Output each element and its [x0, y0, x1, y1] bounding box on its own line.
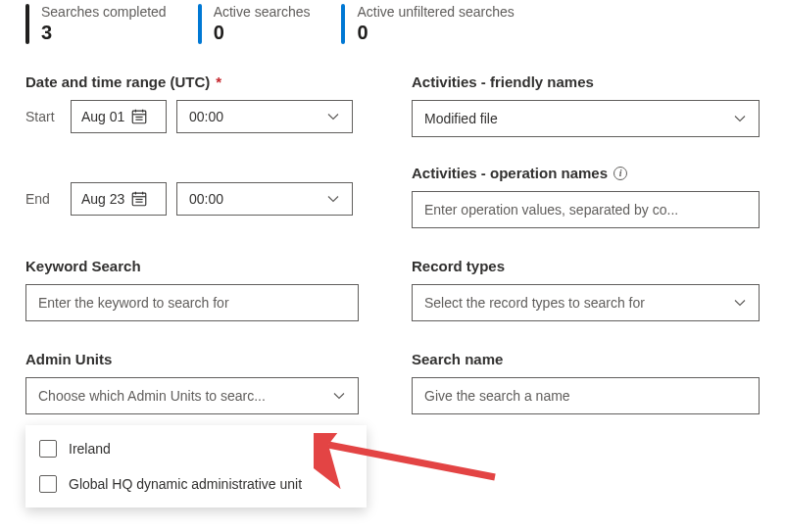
end-date-picker[interactable]: Aug 23	[71, 182, 167, 216]
required-asterisk: *	[216, 73, 221, 90]
end-time-value: 00:00	[189, 191, 223, 207]
calendar-icon	[130, 108, 148, 125]
start-time-picker[interactable]: 00:00	[176, 100, 353, 133]
stat-value: 0	[214, 22, 311, 44]
record-types-placeholder: Select the record types to search for	[424, 295, 645, 311]
start-date-picker[interactable]: Aug 01	[71, 100, 167, 133]
stats-row: Searches completed 3 Active searches 0 A…	[0, 0, 785, 54]
activities-friendly-heading: Activities - friendly names	[412, 73, 760, 90]
chevron-down-icon	[733, 112, 747, 125]
start-time-value: 00:00	[189, 109, 223, 124]
stat-searches-completed: Searches completed 3	[25, 4, 167, 44]
keyword-heading: Keyword Search	[25, 258, 370, 274]
record-types-heading: Record types	[412, 258, 760, 274]
record-types-section: Record types Select the record types to …	[412, 258, 760, 321]
start-row: Start Aug 01 00	[25, 100, 370, 133]
chevron-down-icon	[332, 389, 346, 403]
activities-operation-input[interactable]	[412, 191, 760, 228]
end-time-picker[interactable]: 00:00	[176, 182, 353, 216]
search-name-section: Search name	[412, 351, 760, 414]
date-range-heading: Date and time range (UTC) *	[25, 73, 370, 90]
stat-active-searches: Active searches 0	[198, 4, 311, 44]
stat-label: Active searches	[214, 4, 311, 20]
stat-value: 3	[41, 22, 167, 44]
stat-label: Searches completed	[41, 4, 167, 20]
chevron-down-icon	[326, 110, 340, 123]
search-name-heading: Search name	[412, 351, 760, 367]
admin-units-placeholder: Choose which Admin Units to searc...	[38, 388, 266, 404]
info-icon[interactable]: i	[613, 167, 627, 180]
date-range-section: Date and time range (UTC) * Start Aug 01	[25, 73, 370, 228]
activities-friendly-select[interactable]: Modified file	[412, 100, 760, 137]
activities-friendly-value: Modified file	[424, 111, 498, 126]
activities-column: Activities - friendly names Modified fil…	[412, 73, 760, 228]
activities-friendly-section: Activities - friendly names Modified fil…	[412, 73, 760, 137]
admin-units-heading: Admin Units	[25, 351, 370, 367]
search-name-input[interactable]	[412, 377, 760, 414]
activities-operation-heading: Activities - operation names i	[412, 165, 760, 181]
stat-bar	[341, 4, 345, 44]
stat-label: Active unfiltered searches	[357, 4, 514, 20]
end-label: End	[25, 191, 61, 207]
heading-text: Activities - operation names	[412, 165, 608, 181]
calendar-icon	[130, 190, 148, 208]
start-label: Start	[25, 109, 61, 124]
chevron-down-icon	[733, 296, 747, 310]
keyword-section: Keyword Search	[25, 258, 370, 321]
admin-units-section: Admin Units Choose which Admin Units to …	[25, 351, 370, 414]
stat-bar	[25, 4, 29, 44]
keyword-input[interactable]	[25, 284, 359, 321]
record-types-select[interactable]: Select the record types to search for	[412, 284, 760, 321]
stat-active-unfiltered-searches: Active unfiltered searches 0	[341, 4, 514, 44]
start-date-value: Aug 01	[81, 109, 124, 124]
stat-bar	[198, 4, 202, 44]
activities-operation-section: Activities - operation names i	[412, 165, 760, 228]
heading-text: Date and time range (UTC)	[25, 73, 210, 90]
end-date-value: Aug 23	[81, 191, 124, 207]
chevron-down-icon	[326, 192, 340, 206]
stat-value: 0	[357, 22, 514, 44]
end-row: End Aug 23 00:0	[25, 182, 370, 216]
admin-units-select[interactable]: Choose which Admin Units to searc...	[25, 377, 359, 414]
